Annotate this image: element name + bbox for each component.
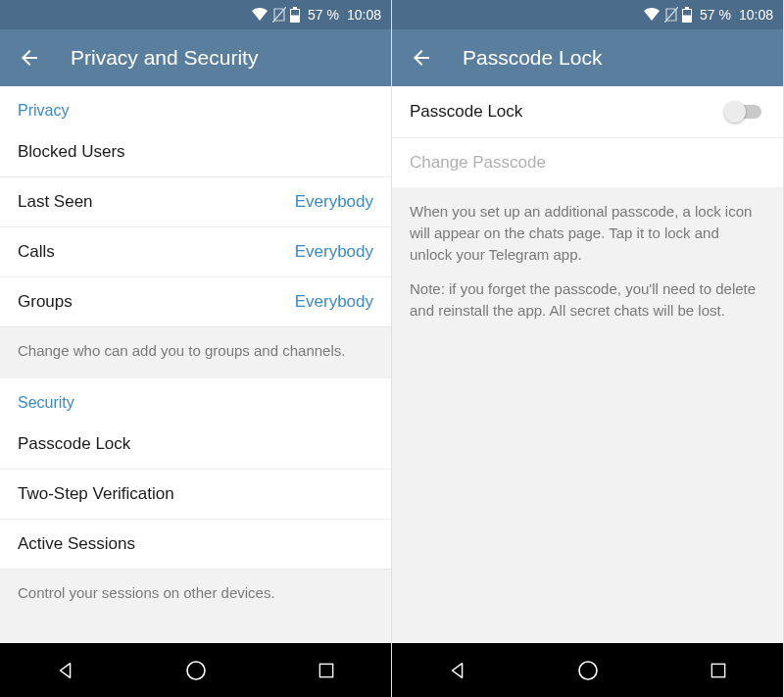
content-area: Privacy Blocked Users Last Seen Everybod…: [0, 86, 391, 643]
svg-rect-5: [319, 664, 332, 676]
change-passcode-row: Change Passcode: [392, 138, 783, 187]
back-button[interactable]: [410, 46, 433, 70]
last-seen-row[interactable]: Last Seen Everybody: [0, 177, 391, 227]
passcode-lock-row[interactable]: Passcode Lock: [0, 420, 391, 470]
android-nav-bar: [0, 643, 391, 697]
svg-rect-11: [711, 664, 724, 676]
active-sessions-row[interactable]: Active Sessions: [0, 520, 391, 569]
calls-label: Calls: [18, 242, 55, 262]
nav-back-button[interactable]: [36, 651, 95, 690]
triangle-back-icon: [55, 660, 76, 681]
page-title: Privacy and Security: [71, 46, 258, 70]
nav-back-button[interactable]: [428, 651, 487, 690]
calls-value: Everybody: [295, 242, 373, 262]
privacy-section-header: Privacy: [0, 86, 391, 127]
square-recent-icon: [709, 661, 728, 680]
groups-label: Groups: [18, 292, 73, 312]
circle-home-icon: [184, 659, 208, 682]
svg-point-4: [187, 662, 205, 679]
battery-icon: [682, 7, 692, 23]
explainer-text-1: When you set up an additional passcode, …: [410, 201, 765, 265]
svg-rect-9: [683, 10, 691, 16]
last-seen-label: Last Seen: [18, 192, 93, 212]
back-button[interactable]: [18, 46, 41, 70]
nav-home-button[interactable]: [559, 651, 617, 690]
page-title: Passcode Lock: [463, 46, 602, 70]
svg-rect-2: [293, 7, 297, 9]
battery-icon: [290, 7, 300, 23]
passcode-lock-label: Passcode Lock: [18, 434, 130, 454]
status-bar: 57 % 10:08: [392, 0, 783, 29]
arrow-left-icon: [18, 46, 41, 70]
screen-privacy-security: 57 % 10:08 Privacy and Security Privacy …: [0, 0, 392, 697]
no-sim-icon: [272, 7, 286, 23]
calls-row[interactable]: Calls Everybody: [0, 227, 391, 277]
svg-point-10: [579, 662, 597, 679]
circle-home-icon: [576, 659, 600, 682]
status-time: 10:08: [347, 7, 381, 23]
triangle-back-icon: [447, 660, 468, 681]
groups-value: Everybody: [295, 292, 373, 312]
change-passcode-label: Change Passcode: [410, 153, 546, 173]
arrow-left-icon: [410, 46, 433, 70]
svg-rect-8: [685, 7, 689, 9]
nav-recent-button[interactable]: [297, 651, 356, 690]
groups-row[interactable]: Groups Everybody: [0, 277, 391, 326]
svg-rect-3: [291, 10, 299, 16]
blocked-users-row[interactable]: Blocked Users: [0, 127, 391, 177]
app-bar: Passcode Lock: [392, 29, 783, 86]
two-step-verification-row[interactable]: Two-Step Verification: [0, 470, 391, 520]
no-sim-icon: [664, 7, 678, 23]
groups-footer-note: Change who can add you to groups and cha…: [0, 326, 391, 378]
screen-passcode-lock: 57 % 10:08 Passcode Lock Passcode Lock C…: [392, 0, 784, 697]
nav-recent-button[interactable]: [689, 651, 748, 690]
battery-percentage: 57 %: [308, 7, 339, 23]
passcode-explainer: When you set up an additional passcode, …: [392, 187, 783, 643]
last-seen-value: Everybody: [295, 192, 373, 212]
sessions-footer-note: Control your sessions on other devices.: [0, 569, 391, 643]
wifi-icon: [643, 8, 661, 22]
status-icons: 57 % 10:08: [251, 7, 381, 23]
status-bar: 57 % 10:08: [0, 0, 391, 29]
battery-percentage: 57 %: [700, 7, 731, 23]
active-sessions-label: Active Sessions: [18, 534, 135, 554]
status-icons: 57 % 10:08: [643, 7, 773, 23]
passcode-toggle-switch[interactable]: [724, 101, 765, 123]
app-bar: Privacy and Security: [0, 29, 391, 86]
nav-home-button[interactable]: [167, 651, 225, 690]
two-step-label: Two-Step Verification: [18, 484, 174, 504]
wifi-icon: [251, 8, 269, 22]
blocked-users-label: Blocked Users: [18, 142, 125, 162]
status-time: 10:08: [739, 7, 773, 23]
security-section-header: Security: [0, 378, 391, 420]
passcode-toggle-label: Passcode Lock: [410, 102, 522, 122]
explainer-text-2: Note: if you forget the passcode, you'll…: [410, 278, 765, 322]
content-area: Passcode Lock Change Passcode When you s…: [392, 86, 783, 643]
toggle-thumb: [724, 101, 746, 123]
passcode-toggle-row[interactable]: Passcode Lock: [392, 86, 783, 138]
android-nav-bar: [392, 643, 783, 697]
square-recent-icon: [317, 661, 336, 680]
